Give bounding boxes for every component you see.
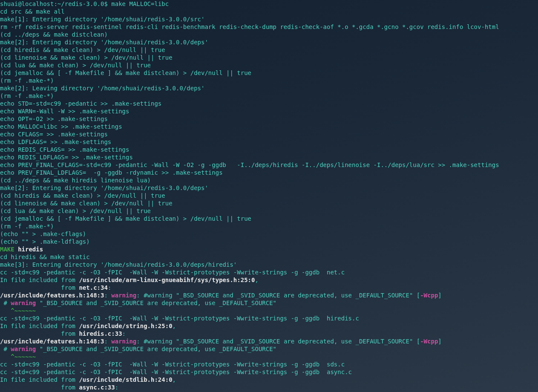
punct: ]: [438, 338, 441, 345]
hash: #: [0, 300, 11, 306]
terminal-output[interactable]: shuai@localhost:~/redis-3.0.0$ make MALL…: [0, 0, 538, 391]
warning-label: warning: [11, 346, 36, 352]
warning-message: "_BSD_SOURCE and _SVID_SOURCE are deprec…: [36, 300, 276, 306]
punct: ]: [438, 292, 441, 299]
output-line: echo CFLAGS= >> .make-settings: [0, 131, 108, 138]
output-line: (echo "" > .make-cflags): [0, 231, 86, 237]
file-location: /usr/include/stdlib.h:24:0: [79, 376, 172, 383]
output-line: make[3]: Entering directory '/home/shuai…: [0, 261, 237, 268]
warning-label: warning: [111, 292, 136, 299]
hash: #: [0, 346, 11, 352]
warning-message: "_BSD_SOURCE and _SVID_SOURCE are deprec…: [36, 346, 276, 352]
include-note: from: [0, 330, 79, 337]
warning-flag: -Wcpp: [420, 292, 438, 299]
punct: :: [136, 292, 144, 299]
output-line: (rm -f .make-*): [0, 77, 54, 84]
punct: :: [115, 384, 118, 391]
include-note: from: [0, 384, 79, 391]
output-line: (cd hiredis && make clean) > /dev/null |…: [0, 192, 165, 199]
output-line: (cd linenoise && make clean) > /dev/null…: [0, 200, 173, 207]
output-line: rm -rf redis-server redis-sentinel redis…: [0, 23, 499, 30]
warning-message: #warning "_BSD_SOURCE and _SVID_SOURCE a…: [144, 338, 420, 345]
output-line: (cd jemalloc && [ -f Makefile ] && make …: [0, 215, 251, 222]
file-location: /usr/include/features.h:148:3: [0, 338, 104, 345]
warning-label: warning: [111, 338, 136, 345]
file-location: async.c:33: [79, 384, 115, 391]
output-line: cc -std=c99 -pedantic -c -O3 -fPIC -Wall…: [0, 369, 352, 375]
punct: ,: [255, 277, 258, 283]
punct: ,: [173, 376, 176, 383]
punct: :: [122, 330, 126, 337]
output-line: echo MALLOC=libc >> .make-settings: [0, 123, 122, 130]
output-line: make[1]: Entering directory '/home/shuai…: [0, 16, 204, 23]
make-target: hiredis: [18, 246, 43, 253]
output-line: echo REDIS_LDFLAGS= >> .make-settings: [0, 154, 133, 161]
output-line: (cd lua && make clean) > /dev/null || tr…: [0, 208, 151, 214]
warning-message: #warning "_BSD_SOURCE and _SVID_SOURCE a…: [144, 292, 420, 299]
output-line: cc -std=c99 -pedantic -c -O3 -fPIC -Wall…: [0, 315, 359, 322]
file-location: /usr/include/arm-linux-gnueabihf/sys/typ…: [79, 277, 255, 283]
output-line: echo REDIS_CFLAGS= >> .make-settings: [0, 146, 129, 153]
output-line: echo PREV_FINAL_CFLAGS=-std=c99 -pedanti…: [0, 161, 499, 168]
output-line: (rm -f .make-*): [0, 223, 54, 230]
output-line: (echo "" > .make-ldflags): [0, 238, 90, 245]
file-location: hiredis.c:33: [79, 330, 122, 337]
include-note: In file included from: [0, 277, 79, 283]
warning-flag: -Wcpp: [420, 338, 438, 345]
include-note: from: [0, 284, 79, 291]
punct: :: [136, 338, 144, 345]
output-line: (cd ../deps && make hiredis linenoise lu…: [0, 177, 151, 184]
make-label: MAKE: [0, 246, 14, 253]
warning-label: warning: [11, 300, 36, 306]
output-line: (cd lua && make clean) > /dev/null || tr…: [0, 62, 151, 69]
output-line: (cd jemalloc && [ -f Makefile ] && make …: [0, 69, 251, 76]
shell-command: make MALLOC=libc: [111, 0, 169, 7]
output-line: cc -std=c99 -pedantic -c -O3 -fPIC -Wall…: [0, 361, 345, 368]
caret-marker: ^~~~~~~: [0, 353, 36, 360]
caret-marker: ^~~~~~~: [0, 307, 36, 314]
punct: :: [104, 338, 111, 345]
output-line: make[2]: Entering directory '/home/shuai…: [0, 184, 208, 191]
file-location: /usr/include/features.h:148:3: [0, 292, 104, 299]
output-line: echo WARN=-Wall -W >> .make-settings: [0, 108, 129, 115]
punct: :: [104, 292, 111, 299]
output-line: echo LDFLAGS= >> .make-settings: [0, 138, 111, 145]
output-line: echo PREV_FINAL_LDFLAGS= -g -ggdb -rdyna…: [0, 169, 223, 176]
output-line: (cd linenoise && make clean) > /dev/null…: [0, 54, 173, 61]
include-note: In file included from: [0, 376, 79, 383]
output-line: (cd hiredis && make clean) > /dev/null |…: [0, 46, 165, 53]
output-line: cd hiredis && make static: [0, 254, 90, 260]
include-note: In file included from: [0, 323, 79, 329]
output-line: make[2]: Leaving directory '/home/shuai/…: [0, 85, 204, 92]
output-line: cd src && make all: [0, 8, 65, 15]
output-line: (cd ../deps && make distclean): [0, 31, 108, 38]
file-location: net.c:34: [79, 284, 107, 291]
output-line: (rm -f .make-*): [0, 92, 54, 99]
output-line: echo OPT=-O2 >> .make-settings: [0, 115, 108, 122]
output-line: make[2]: Entering directory '/home/shuai…: [0, 39, 208, 46]
output-line: echo STD=-std=c99 -pedantic >> .make-set…: [0, 100, 161, 107]
shell-prompt: shuai@localhost:~/redis-3.0.0$: [0, 0, 111, 7]
punct: ,: [173, 323, 176, 329]
output-line: cc -std=c99 -pedantic -c -O3 -fPIC -Wall…: [0, 269, 345, 276]
file-location: /usr/include/string.h:25:0: [79, 323, 172, 329]
punct: :: [108, 284, 111, 291]
